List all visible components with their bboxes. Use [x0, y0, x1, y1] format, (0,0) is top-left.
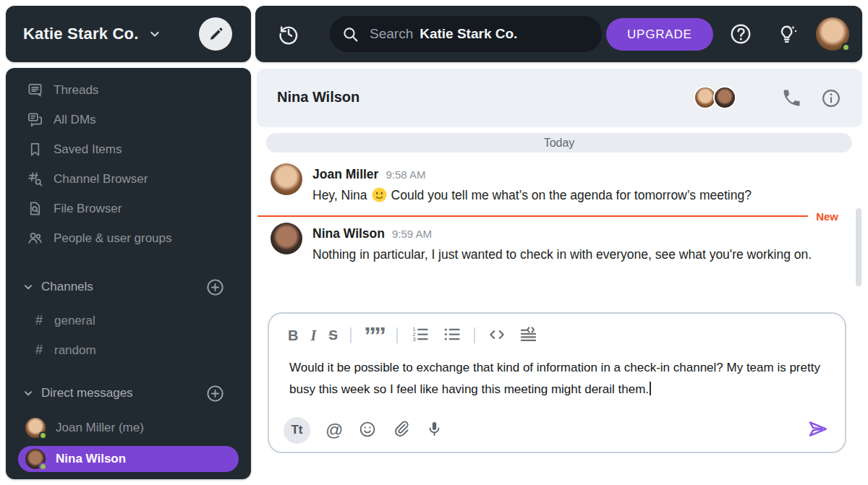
call-button[interactable] — [780, 87, 802, 109]
channels-section-header[interactable]: Channels — [6, 275, 251, 299]
dm-item-joan-miller[interactable]: Joan Miller (me) — [6, 413, 251, 442]
info-icon — [820, 100, 842, 111]
sidebar-item-channel-browser[interactable]: Channel Browser — [6, 164, 251, 194]
channel-name: general — [54, 314, 95, 328]
avatar — [816, 17, 849, 51]
avatar — [25, 418, 46, 438]
search-input[interactable]: Search Katie Stark Co. — [330, 16, 602, 52]
toolbar-divider — [474, 327, 475, 343]
new-divider-line — [258, 215, 808, 217]
message-author[interactable]: Nina Wilson — [312, 226, 385, 241]
hash-icon: # — [33, 313, 45, 328]
file-browser-icon — [27, 200, 44, 217]
workspace-header: Katie Stark Co. — [6, 6, 251, 62]
search-placeholder: Search — [370, 26, 413, 42]
message-composer: B I S ”” 123 Would it be possible to exc… — [268, 312, 846, 453]
chevron-down-icon[interactable] — [148, 27, 162, 41]
dm-name: Nina Wilson — [56, 452, 126, 466]
message-text: Hey, NinaCould you tell me what’s on the… — [312, 184, 752, 210]
send-button[interactable] — [807, 418, 829, 442]
add-channel-button[interactable] — [205, 278, 225, 297]
bookmark-icon — [27, 141, 44, 158]
dms-header-label: Direct messages — [41, 386, 133, 400]
ordered-list-icon: 123 — [410, 325, 430, 346]
add-dm-button[interactable] — [205, 384, 225, 403]
compose-button[interactable] — [199, 17, 232, 51]
people-icon — [27, 230, 44, 246]
top-bar: Search Katie Stark Co. UPGRADE — [255, 6, 862, 62]
channel-browser-icon — [27, 171, 44, 187]
sidebar-item-all-dms[interactable]: All DMs — [6, 105, 251, 134]
scrollbar-thumb[interactable] — [856, 208, 861, 286]
chat-title: Nina Wilson — [277, 89, 359, 106]
ordered-list-button[interactable]: 123 — [410, 325, 430, 346]
threads-icon — [27, 82, 44, 98]
text-cursor — [650, 382, 651, 395]
channel-item-random[interactable]: # random — [6, 335, 251, 365]
message-author[interactable]: Joan Miller — [312, 167, 378, 182]
message-input[interactable]: Would it be possible to exchange that ki… — [289, 357, 830, 400]
code-block-button[interactable] — [519, 325, 538, 346]
formatting-toolbar: B I S ”” 123 — [288, 323, 538, 348]
send-icon — [807, 418, 829, 442]
sidebar-item-threads[interactable]: Threads — [6, 75, 251, 105]
dm-item-nina-wilson[interactable]: Nina Wilson — [18, 446, 239, 472]
avatar[interactable] — [271, 223, 302, 254]
workspace-name[interactable]: Katie Stark Co. — [23, 25, 139, 43]
phone-icon — [781, 100, 802, 111]
channel-item-general[interactable]: # general — [6, 306, 251, 335]
bold-button[interactable]: B — [288, 327, 298, 344]
sidebar-item-people[interactable]: People & user groups — [6, 223, 251, 253]
paperclip-icon — [392, 420, 410, 440]
details-button[interactable] — [820, 87, 842, 109]
composer-actions: Tt @ — [284, 416, 829, 444]
code-button[interactable] — [488, 325, 506, 346]
avatar — [713, 86, 736, 109]
history-button[interactable] — [277, 22, 300, 46]
channel-name: random — [54, 343, 96, 358]
sidebar-item-label: People & user groups — [54, 231, 172, 246]
strikethrough-button[interactable]: S — [328, 327, 338, 343]
code-icon — [488, 325, 506, 346]
dms-section-header[interactable]: Direct messages — [6, 381, 251, 405]
upgrade-button[interactable]: UPGRADE — [606, 18, 713, 51]
conversation-members[interactable] — [694, 86, 736, 109]
sidebar-item-label: File Browser — [54, 202, 122, 216]
date-divider[interactable]: Today — [266, 133, 852, 153]
message-time: 9:59 AM — [392, 228, 432, 240]
presence-dot — [39, 432, 47, 439]
presence-dot — [841, 43, 851, 52]
pencil-icon — [208, 26, 224, 43]
channels-header-label: Channels — [41, 280, 93, 294]
emoji-button[interactable] — [358, 420, 377, 441]
attach-file-button[interactable] — [392, 420, 410, 440]
help-button[interactable] — [728, 22, 753, 46]
history-icon — [277, 37, 300, 48]
sidebar-item-label: Saved Items — [54, 142, 122, 157]
audio-record-button[interactable] — [425, 420, 443, 440]
lightbulb-sparkle-icon — [775, 37, 799, 48]
chat-header: Nina Wilson — [257, 69, 862, 127]
avatar[interactable] — [271, 163, 302, 195]
chevron-down-icon — [22, 387, 35, 400]
messaging-app: Katie Stark Co. Search Katie Stark Co. U… — [0, 0, 868, 485]
sidebar-item-saved-items[interactable]: Saved Items — [6, 134, 251, 164]
message-text: Nothing in particular, I just wanted to … — [312, 244, 822, 265]
slightly-smiling-face-emoji — [371, 186, 388, 210]
user-menu-avatar[interactable] — [816, 17, 849, 51]
toolbar-divider — [396, 327, 398, 343]
toggle-formatting-button[interactable]: Tt — [284, 417, 310, 444]
mention-button[interactable]: @ — [326, 420, 343, 440]
sidebar: Threads All DMs Saved Items Channel Brow… — [6, 68, 251, 479]
lightbulb-button[interactable] — [775, 22, 799, 46]
microphone-icon — [425, 420, 443, 440]
sidebar-item-label: Threads — [54, 83, 98, 98]
question-icon — [728, 38, 753, 48]
presence-dot — [39, 463, 47, 471]
italic-button[interactable]: I — [310, 327, 316, 344]
bullet-list-button[interactable] — [442, 325, 461, 346]
sidebar-item-label: Channel Browser — [54, 172, 148, 186]
sidebar-item-file-browser[interactable]: File Browser — [6, 194, 251, 223]
chat-pane: Nina Wilson Today Joan Miller 9:58 AM — [255, 68, 862, 479]
blockquote-button[interactable]: ”” — [364, 328, 384, 343]
